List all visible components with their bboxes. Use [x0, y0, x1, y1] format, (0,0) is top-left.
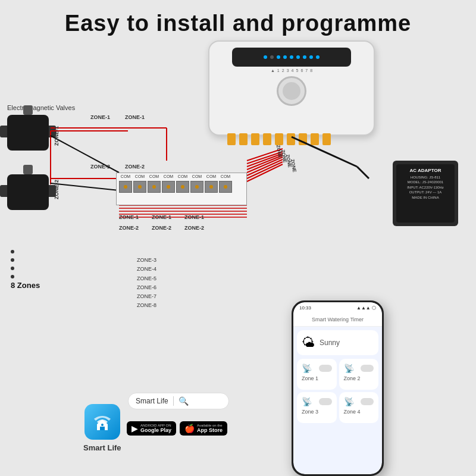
zone-3-icon: 📡: [302, 397, 312, 406]
terminal-1: [227, 133, 236, 145]
zone-2-icon: 📡: [344, 364, 354, 373]
zone-label-bottom-1c: ZONE-1: [184, 214, 204, 220]
indicator-6: [303, 55, 306, 59]
phone-header: Smart Watering Timer: [293, 313, 382, 327]
search-icon: 🔍: [178, 396, 189, 406]
app-name-label: Smart Life: [83, 443, 121, 452]
app-search-bar[interactable]: Smart Life 🔍: [128, 393, 229, 409]
valve-section: Electromagnetic Valves: [7, 104, 75, 228]
ac-adaptor-details: HOUSING: JS-811 MODEL: JS-24020001 INPUT…: [407, 175, 444, 200]
wifi-indicator: [264, 55, 267, 59]
terminal-8: [311, 133, 319, 145]
smart-life-icon[interactable]: [84, 404, 120, 440]
terminal-block-labels: COM COM COM COM COM COM COM COM: [117, 173, 246, 180]
zone-card-1[interactable]: 📡 Zone 1: [297, 359, 337, 390]
zone-label-1a: ZONE-1: [90, 114, 110, 120]
zone-card-2[interactable]: 📡 Zone 2: [339, 359, 379, 390]
zones-dots: [11, 250, 40, 278]
weather-text: Sunny: [320, 339, 340, 347]
valve-2: [7, 174, 49, 210]
phone-app-title: Smart Watering Timer: [299, 317, 376, 322]
zone-label-1b: ZONE-1: [125, 114, 145, 120]
zones-section: 8 Zones: [11, 250, 40, 290]
tb-conn-4: [162, 181, 175, 193]
tb-conn-2: [133, 181, 146, 193]
svg-line-16: [247, 162, 283, 178]
zone-card-3[interactable]: 📡 Zone 3: [297, 392, 337, 423]
terminal-5: [275, 133, 283, 145]
indicator-7: [309, 55, 313, 59]
zone-3-toggle[interactable]: [319, 398, 332, 405]
app-store-badge[interactable]: 🍎 Available on the App Store: [180, 421, 227, 436]
zone-label-bottom-2c: ZONE-2: [184, 225, 204, 231]
indicator-4: [290, 55, 293, 59]
zone-card-4[interactable]: 📡 Zone 4: [339, 392, 379, 423]
zone-2-toggle[interactable]: [361, 365, 374, 372]
android-icon: ▶: [131, 424, 138, 433]
terminal-3: [251, 133, 259, 145]
tb-conn-8: [219, 181, 232, 193]
zone-line-5: ZONE-5: [137, 274, 156, 283]
zone-4-icon: 📡: [344, 397, 354, 406]
zones-dot-4: [11, 275, 14, 278]
weather-icon: 🌤: [302, 335, 315, 350]
zone-4-toggle[interactable]: [361, 398, 374, 405]
terminal-block-connectors: [117, 181, 246, 193]
tb-conn-7: [205, 181, 218, 193]
page-title: Easy to install and programme: [0, 0, 476, 36]
zone-line-6: ZONE-6: [137, 283, 156, 292]
zone-line-8: ZONE-8: [137, 301, 156, 310]
controller-dial-inner: [283, 82, 300, 100]
svg-point-26: [101, 424, 104, 426]
indicator-8: [316, 55, 320, 59]
svg-line-19: [357, 167, 369, 178]
phone-time: 10:33: [299, 305, 311, 311]
zone-lines-list: ZONE-3 ZONE-4 ZONE-5 ZONE-6 ZONE-7 ZONE-…: [137, 256, 156, 311]
indicator-2: [277, 55, 280, 59]
terminal-6: [287, 133, 295, 145]
zone-1-toggle[interactable]: [319, 365, 332, 372]
zone-line-7: ZONE-7: [137, 292, 156, 301]
svg-line-14: [247, 157, 283, 173]
zone-line-3: ZONE-3: [137, 256, 156, 265]
zones-dot-2: [11, 258, 14, 262]
zone-3-name: Zone 3: [302, 409, 332, 415]
zone-4-header: 📡: [344, 397, 374, 406]
zone-4-name: Zone 4: [344, 409, 374, 415]
tb-conn-6: [190, 181, 203, 193]
controller-dial[interactable]: [277, 76, 306, 106]
zone-label-right-4: ZONE: [290, 159, 298, 173]
terminal-9: [322, 133, 331, 145]
store-badges: ▶ ANDROID APP ON Google Play 🍎 Available…: [127, 421, 227, 436]
zone-label-bottom-1a: ZONE-1: [119, 214, 139, 220]
tb-conn-3: [148, 181, 161, 193]
svg-line-17: [247, 164, 283, 181]
zone-1-icon: 📡: [302, 364, 312, 373]
app-section: Smart Life: [83, 404, 121, 452]
zone-1-name: Zone 1: [302, 375, 332, 381]
tb-conn-5: [176, 181, 189, 193]
tb-conn-1: [119, 181, 132, 193]
zones-count-label: 8 Zones: [11, 281, 40, 290]
phone-mockup: 10:33 ▲▲▲ ⬡ Smart Watering Timer 🌤 Sunny…: [292, 300, 384, 476]
zone-2-name: Zone 2: [344, 375, 374, 381]
controller-terminals: [227, 133, 356, 145]
valve-1-top: [23, 105, 33, 115]
google-play-badge[interactable]: ▶ ANDROID APP ON Google Play: [127, 421, 176, 436]
indicator-1: [270, 55, 274, 59]
svg-line-15: [247, 159, 283, 176]
zones-dot-1: [11, 250, 14, 253]
zone-1-header: 📡: [302, 364, 332, 373]
apple-icon: 🍎: [184, 424, 195, 433]
zone-3-header: 📡: [302, 397, 332, 406]
controller-channel-labels: ▲ 1 2 3 4 5 6 7 8: [271, 68, 312, 73]
valve-1: [7, 115, 49, 151]
ac-adaptor-title: AC ADAPTOR: [410, 168, 441, 173]
search-divider: [173, 396, 174, 406]
zones-dot-3: [11, 267, 14, 270]
google-play-text: ANDROID APP ON Google Play: [140, 424, 171, 433]
zone-label-bottom-2a: ZONE-2: [119, 225, 139, 231]
valve-section-label: Electromagnetic Valves: [7, 104, 75, 111]
zone-line-4: ZONE-4: [137, 265, 156, 274]
app-store-text: Available on the App Store: [197, 424, 223, 433]
